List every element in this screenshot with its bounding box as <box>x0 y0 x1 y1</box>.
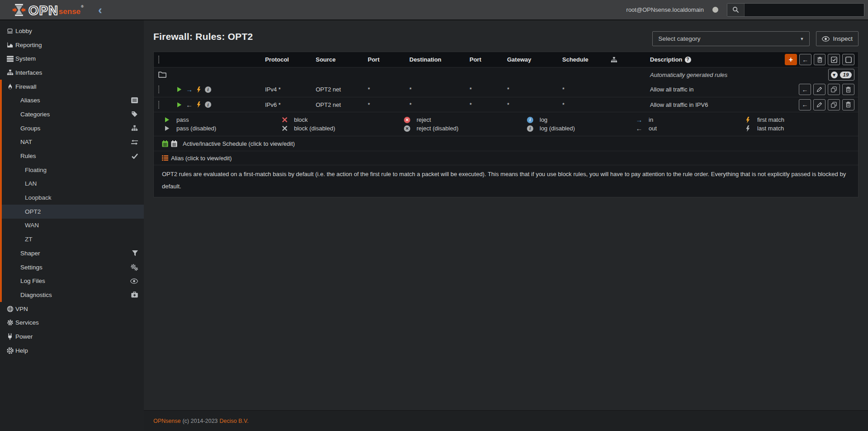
globe-icon <box>5 306 15 312</box>
sidebar-item-floating[interactable]: Floating <box>0 163 144 177</box>
sitemap-column-icon <box>611 57 650 63</box>
rule-checkbox[interactable] <box>158 86 159 93</box>
sidebar-item-diagnostics[interactable]: Diagnostics <box>0 288 144 302</box>
sidebar-collapse-button[interactable]: ‹ <box>98 1 102 19</box>
move-selected-button[interactable]: ← <box>799 54 811 65</box>
sidebar-item-help[interactable]: Help <box>0 344 144 358</box>
opnsense-hourglass-icon <box>12 3 26 17</box>
sidebar-item-services[interactable]: Services <box>0 316 144 330</box>
opnsense-logo[interactable]: OPN sense ® <box>12 3 84 17</box>
sidebar-item-nat[interactable]: NAT <box>0 135 144 149</box>
clone-rule-button[interactable] <box>828 99 840 110</box>
expand-auto-rules-button[interactable]: ▾ 19 <box>828 69 854 81</box>
delete-rule-button[interactable] <box>842 99 854 110</box>
rule-destination-port: * <box>470 86 507 93</box>
delete-rule-button[interactable] <box>842 84 854 95</box>
sidebar-item-zt[interactable]: ZT <box>0 232 144 246</box>
rule-checkbox[interactable] <box>158 101 159 109</box>
select-all-checkbox[interactable] <box>158 56 159 63</box>
brand-registered-mark: ® <box>81 5 84 9</box>
sidebar-item-label: ZT <box>25 236 33 243</box>
sidebar-item-label: Interfaces <box>15 69 42 76</box>
sidebar-item-settings[interactable]: Settings <box>0 260 144 274</box>
page-title: Firewall: Rules: OPT2 <box>153 31 253 42</box>
sidebar-item-label: Help <box>15 347 28 354</box>
avatar[interactable] <box>712 7 718 13</box>
sidebar-item-lobby[interactable]: Lobby <box>0 24 144 38</box>
check-icon <box>132 153 138 159</box>
legend-in: →in←out <box>636 116 744 132</box>
sidebar-item-reporting[interactable]: Reporting <box>0 38 144 52</box>
search-input[interactable] <box>745 4 864 16</box>
sidebar-item-lan[interactable]: LAN <box>0 177 144 191</box>
delete-selected-button[interactable] <box>814 54 826 65</box>
footer-opnsense-link[interactable]: OPNsense <box>153 418 180 424</box>
enable-selected-button[interactable] <box>828 54 840 65</box>
direction-out-icon: ← <box>186 101 193 108</box>
legend-reject: ✕reject✕reject (disabled) <box>403 116 526 132</box>
block-disabled-icon <box>281 126 288 131</box>
sidebar-item-aliases[interactable]: Aliases <box>0 93 144 107</box>
main-content: Firewall: Rules: OPT2 Select category ▼ … <box>144 20 868 431</box>
edit-rule-button[interactable] <box>813 84 825 95</box>
sidebar-item-label: OPT2 <box>25 208 41 215</box>
sidebar-item-system[interactable]: System <box>0 52 144 66</box>
alias-row[interactable]: Alias (click to view/edit) <box>154 151 858 165</box>
sitemap-icon <box>5 69 15 76</box>
clone-rule-button[interactable] <box>828 84 840 95</box>
col-protocol: Protocol <box>265 56 316 63</box>
rule-source-port: * <box>368 101 409 108</box>
sidebar-item-vpn[interactable]: VPN <box>0 302 144 316</box>
sidebar-item-rules[interactable]: Rules <box>0 149 144 163</box>
schedule-row[interactable]: Active/Inactive Schedule (click to view/… <box>154 136 858 151</box>
rule-source: OPT2 net <box>316 101 368 108</box>
block-icon <box>281 117 288 122</box>
move-rule-button[interactable]: ← <box>799 84 811 95</box>
col-destination: Destination <box>409 56 470 63</box>
rule-protocol: IPv6 * <box>265 101 316 108</box>
rule-source: OPT2 net <box>316 86 368 93</box>
auto-rules-label: Automatically generated rules <box>650 72 785 78</box>
sidebar-item-log-files[interactable]: Log Files <box>0 274 144 288</box>
col-source: Source <box>316 56 368 63</box>
auto-rules-row: Automatically generated rules ▾ 19 <box>154 67 858 82</box>
sidebar-item-loopback[interactable]: Loopback <box>0 191 144 205</box>
sidebar-item-categories[interactable]: Categories <box>0 107 144 121</box>
description-help-icon[interactable]: ? <box>685 57 691 63</box>
sidebar-item-firewall[interactable]: Firewall <box>0 80 144 94</box>
info-icon[interactable]: i <box>205 86 211 93</box>
search-icon[interactable] <box>727 4 745 16</box>
brand-sense-text: sense <box>59 6 81 17</box>
exchange-icon <box>131 139 138 145</box>
footer-deciso-link[interactable]: Deciso B.V. <box>219 418 248 424</box>
disable-selected-button[interactable] <box>842 54 854 65</box>
table-header-row: Protocol Source Port Destination Port Ga… <box>154 52 858 67</box>
search-box <box>727 3 864 17</box>
sidebar-item-label: Shaper <box>20 250 40 257</box>
tags-icon <box>131 111 138 117</box>
sidebar-item-interfaces[interactable]: Interfaces <box>0 66 144 80</box>
sidebar-item-label: Groups <box>20 125 40 132</box>
folder-icon[interactable] <box>154 72 265 78</box>
sidebar-item-opt2[interactable]: OPT2 <box>0 205 144 219</box>
sidebar-item-label: Settings <box>20 264 43 271</box>
sidebar-item-groups[interactable]: Groups <box>0 121 144 135</box>
sidebar-item-shaper[interactable]: Shaper <box>0 246 144 260</box>
category-select[interactable]: Select category ▼ <box>652 31 810 46</box>
table-icon <box>131 97 138 103</box>
rule-description: Allow all traffic in IPV6 <box>650 101 785 108</box>
add-rule-button[interactable]: + <box>785 54 797 65</box>
rules-table: Protocol Source Port Destination Port Ga… <box>153 52 859 197</box>
sidebar-item-label: Rules <box>20 153 36 159</box>
sitemap-icon <box>131 125 138 131</box>
sidebar-item-label: Loopback <box>25 194 52 201</box>
info-icon[interactable]: i <box>205 101 211 108</box>
rule-schedule: * <box>562 86 611 93</box>
inspect-button[interactable]: Inspect <box>816 31 859 46</box>
move-rule-button[interactable]: ← <box>799 99 811 110</box>
firewall-rule-row: →iIPv4 *OPT2 net*****Allow all traffic i… <box>154 82 858 97</box>
sidebar: LobbyReportingSystemInterfacesFirewallAl… <box>0 20 144 431</box>
edit-rule-button[interactable] <box>813 99 825 110</box>
sidebar-item-wan[interactable]: WAN <box>0 219 144 233</box>
sidebar-item-power[interactable]: Power <box>0 330 144 344</box>
